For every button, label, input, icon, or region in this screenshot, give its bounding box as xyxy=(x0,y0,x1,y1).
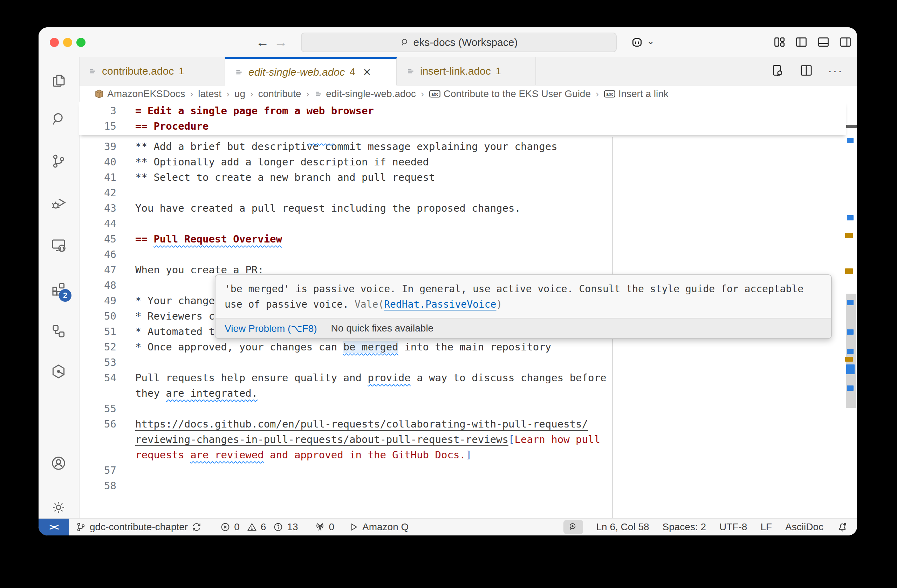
line-content[interactable]: = Edit a single page from a web browser xyxy=(135,103,374,118)
tooltip-message-line1: 'be merged' is passive voice. In general… xyxy=(225,282,822,297)
back-button[interactable]: ← xyxy=(256,34,269,50)
breadcrumb-separator-icon: › xyxy=(224,89,232,100)
breadcrumb-item-amazoneksdocs[interactable]: AmazonEKSDocs xyxy=(94,88,185,100)
language-mode-item[interactable]: AsciiDoc xyxy=(785,521,824,533)
chevron-down-icon[interactable]: ⌄ xyxy=(647,36,655,47)
line-content[interactable]: * Once approved, your changes can be mer… xyxy=(135,339,551,355)
breadcrumb-item-latest[interactable]: latest xyxy=(198,88,222,100)
line-content[interactable]: they are integrated. xyxy=(135,386,257,401)
editor-line[interactable]: 44 xyxy=(79,216,846,231)
remote-indicator[interactable]: >< xyxy=(38,519,69,536)
breadcrumb-item-ug[interactable]: ug xyxy=(234,88,245,100)
command-center-search[interactable]: eks-docs (Workspace) xyxy=(301,32,617,52)
line-content[interactable]: https://docs.github.com/en/pull-requests… xyxy=(135,416,588,432)
editor-line[interactable]: they are integrated. xyxy=(79,386,846,401)
editor-line[interactable]: 39** Add a brief but descriptive commit … xyxy=(79,139,846,154)
editor-line[interactable]: 45== Pull Request Overview xyxy=(79,231,846,247)
forward-button[interactable]: → xyxy=(274,34,287,50)
breadcrumb-item-edit-single-web-adoc[interactable]: edit-single-web.adoc xyxy=(314,88,416,100)
breadcrumb-item-insert-a-link[interactable]: abcInsert a link xyxy=(604,88,669,100)
close-tab-icon[interactable]: ✕ xyxy=(363,66,371,78)
overview-marker xyxy=(846,125,857,128)
tab-label: insert-link.adoc xyxy=(420,65,491,77)
activity-bar-amazon-q[interactable] xyxy=(38,355,78,388)
activity-bar-extensions[interactable] xyxy=(38,272,78,306)
activity-bar-source-control[interactable] xyxy=(38,144,78,178)
editor-line[interactable]: 53 xyxy=(79,355,846,370)
activity-bar-remote-explorer[interactable] xyxy=(38,228,78,262)
toggle-secondary-sidebar-icon[interactable] xyxy=(839,35,853,49)
line-content[interactable]: requests are reviewed and approved in th… xyxy=(135,447,471,462)
editor-line[interactable]: 56https://docs.github.com/en/pull-reques… xyxy=(79,416,846,432)
line-number: 55 xyxy=(79,401,116,416)
line-content[interactable]: * Reviewers c xyxy=(135,308,215,324)
branch-status-item[interactable]: gdc-contribute-chapter xyxy=(76,521,202,533)
problems-status-item[interactable]: 0 6 13 xyxy=(220,521,298,533)
sticky-scroll[interactable]: 3= Edit a single page from a web browser… xyxy=(79,102,846,135)
overview-marker xyxy=(847,386,854,391)
notifications-bell-icon[interactable] xyxy=(837,521,848,533)
minimize-window-button[interactable] xyxy=(63,38,72,47)
eol-item[interactable]: LF xyxy=(760,521,772,533)
line-content[interactable]: You have created a pull request includin… xyxy=(135,201,521,216)
tooltip-message-line2: use of passive voice. Vale(RedHat.Passiv… xyxy=(225,297,822,312)
editor-line[interactable]: 41** Select to create a new branch and p… xyxy=(79,170,846,185)
line-number: 41 xyxy=(79,170,116,185)
line-number: 15 xyxy=(79,118,116,134)
line-content[interactable]: * Automated t xyxy=(135,324,215,339)
more-actions-icon[interactable]: ··· xyxy=(828,64,843,77)
split-editor-icon[interactable] xyxy=(799,63,813,77)
copilot-icon[interactable] xyxy=(630,35,644,49)
encoding-item[interactable]: UTF-8 xyxy=(719,521,747,533)
activity-bar-search[interactable] xyxy=(38,102,78,136)
editor-line[interactable]: 58 xyxy=(79,478,846,493)
view-problem-link[interactable]: View Problem (⌥F8) xyxy=(225,323,317,334)
line-content[interactable]: reviewing-changes-in-pull-requests/about… xyxy=(135,432,600,447)
line-content[interactable]: * Your change xyxy=(135,293,215,308)
editor-line[interactable]: 46 xyxy=(79,247,846,262)
breadcrumb-label: AmazonEKSDocs xyxy=(107,88,185,100)
overview-marker xyxy=(847,300,854,305)
sticky-line[interactable]: 15== Procedure xyxy=(79,118,846,134)
sticky-line[interactable]: 3= Edit a single page from a web browser xyxy=(79,103,846,118)
line-number: 52 xyxy=(79,339,116,355)
editor-line[interactable]: 57 xyxy=(79,462,846,478)
tab-insert-link.adoc[interactable]: insert-link.adoc1 xyxy=(397,57,536,85)
editor-line[interactable]: requests are reviewed and approved in th… xyxy=(79,447,846,462)
package-icon xyxy=(94,89,104,99)
toggle-primary-sidebar-icon[interactable] xyxy=(795,35,809,49)
vale-rule-link[interactable]: RedHat.PassiveVoice xyxy=(384,299,496,310)
editor-line[interactable]: 54Pull requests help ensure quality and … xyxy=(79,370,846,386)
indentation-item[interactable]: Spaces: 2 xyxy=(663,521,706,533)
editor-line[interactable]: 55 xyxy=(79,401,846,416)
editor-line[interactable]: 52* Once approved, your changes can be m… xyxy=(79,339,846,355)
toggle-panel-icon[interactable] xyxy=(817,35,831,49)
editor-line[interactable]: reviewing-changes-in-pull-requests/about… xyxy=(79,432,846,447)
cursor-position-item[interactable]: Ln 6, Col 58 xyxy=(596,521,649,533)
abc-icon: abc xyxy=(604,89,615,99)
breadcrumb-item-contribute[interactable]: contribute xyxy=(258,88,302,100)
ports-status-item[interactable]: 0 xyxy=(315,521,334,533)
line-content[interactable]: == Procedure xyxy=(135,118,209,134)
line-content[interactable]: Pull requests help ensure quality and pr… xyxy=(135,370,606,386)
activity-bar-accounts[interactable] xyxy=(38,446,78,480)
close-window-button[interactable] xyxy=(50,38,59,47)
line-content[interactable]: ** Add a brief but descriptive commit me… xyxy=(135,139,557,154)
editor-line[interactable]: 40** Optionally add a longer description… xyxy=(79,154,846,170)
open-preview-icon[interactable] xyxy=(770,63,785,77)
amazon-q-status-item[interactable]: Amazon Q xyxy=(348,521,409,533)
line-content[interactable]: ** Optionally add a longer description i… xyxy=(135,154,429,170)
line-content[interactable]: ** Select to create a new branch and pul… xyxy=(135,170,435,185)
activity-bar-run-debug[interactable] xyxy=(38,187,78,220)
activity-bar-explorer[interactable] xyxy=(38,64,78,97)
customize-layout-icon[interactable] xyxy=(773,35,787,49)
zoom-status-item[interactable] xyxy=(563,520,583,534)
zoom-window-button[interactable] xyxy=(77,38,86,47)
activity-bar-structure[interactable] xyxy=(38,314,78,348)
line-content[interactable]: == Pull Request Overview xyxy=(135,231,282,247)
tab-edit-single-web.adoc[interactable]: edit-single-web.adoc4✕ xyxy=(225,57,397,86)
editor-line[interactable]: 42 xyxy=(79,185,846,201)
breadcrumb-item-contribute-to-the-eks-user-guide[interactable]: abcContribute to the EKS User Guide xyxy=(429,88,591,100)
tab-contribute.adoc[interactable]: contribute.adoc1 xyxy=(79,57,225,85)
editor-line[interactable]: 43You have created a pull request includ… xyxy=(79,201,846,216)
